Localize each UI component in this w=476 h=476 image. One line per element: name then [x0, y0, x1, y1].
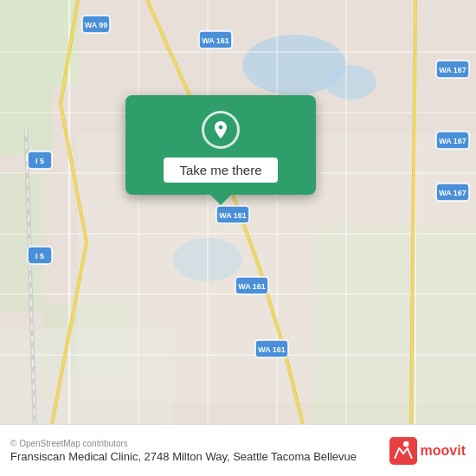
svg-rect-9 [0, 173, 43, 312]
moovit-icon [389, 437, 417, 465]
svg-text:WA 167: WA 167 [439, 66, 466, 74]
bottom-left: © OpenStreetMap contributors Fransiscan … [10, 439, 357, 463]
svg-text:WA 167: WA 167 [439, 189, 466, 197]
svg-text:WA 99: WA 99 [85, 21, 108, 29]
svg-point-4 [325, 65, 376, 100]
svg-text:WA 161: WA 161 [202, 36, 229, 45]
attribution-text: © OpenStreetMap contributors [10, 439, 357, 448]
map-svg: WA 99 WA 161 WA 167 WA 167 WA 167 I 5 I … [0, 0, 476, 424]
svg-rect-43 [389, 437, 417, 465]
svg-text:WA 161: WA 161 [238, 282, 266, 291]
address-text: Fransiscan Medical Clinic, 2748 Milton W… [10, 450, 357, 463]
popup-card: Take me there [125, 95, 316, 195]
bottom-bar: © OpenStreetMap contributors Fransiscan … [0, 424, 476, 476]
location-pin-icon [202, 111, 240, 149]
svg-text:WA 167: WA 167 [439, 137, 466, 145]
map-container[interactable]: WA 99 WA 161 WA 167 WA 167 WA 167 I 5 I … [0, 0, 476, 424]
svg-text:I 5: I 5 [35, 157, 44, 165]
take-me-there-button[interactable]: Take me there [164, 158, 277, 183]
svg-text:I 5: I 5 [35, 252, 44, 261]
moovit-text: moovit [421, 443, 466, 459]
svg-text:WA 161: WA 161 [219, 211, 247, 220]
svg-point-44 [403, 441, 408, 446]
svg-text:WA 161: WA 161 [258, 345, 286, 354]
moovit-logo[interactable]: moovit [389, 437, 466, 465]
